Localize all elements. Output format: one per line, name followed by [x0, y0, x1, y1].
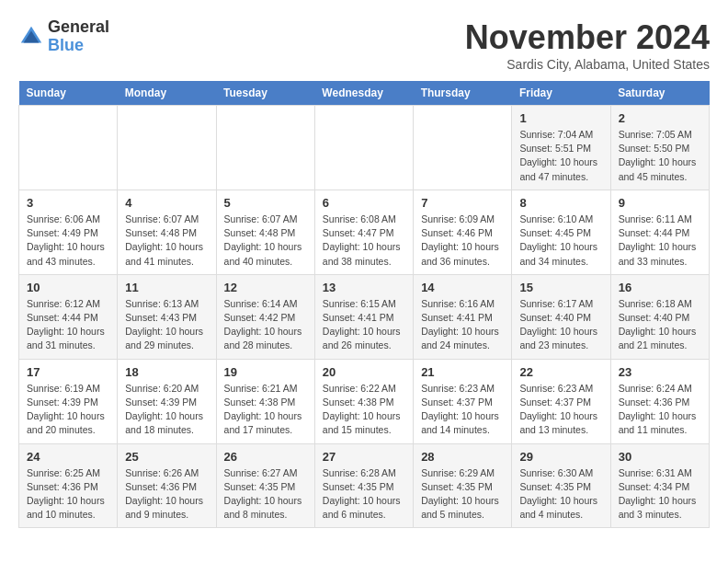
calendar-cell [314, 106, 413, 190]
day-info: Sunrise: 6:15 AM Sunset: 4:41 PM Dayligh… [323, 297, 405, 353]
calendar-cell: 2Sunrise: 7:05 AM Sunset: 5:50 PM Daylig… [610, 106, 709, 190]
calendar-cell: 27Sunrise: 6:28 AM Sunset: 4:35 PM Dayli… [314, 443, 413, 528]
calendar-cell: 21Sunrise: 6:23 AM Sunset: 4:37 PM Dayli… [414, 359, 512, 443]
day-number: 24 [27, 450, 109, 464]
day-number: 12 [224, 281, 307, 294]
day-info: Sunrise: 6:12 AM Sunset: 4:44 PM Dayligh… [27, 297, 109, 353]
calendar-cell: 20Sunrise: 6:22 AM Sunset: 4:38 PM Dayli… [314, 359, 413, 443]
day-number: 7 [421, 196, 504, 210]
day-number: 22 [519, 365, 602, 379]
day-number: 5 [224, 196, 307, 210]
day-number: 13 [323, 281, 405, 294]
weekday-header: Tuesday [216, 81, 314, 106]
calendar-cell [19, 106, 118, 190]
calendar-cell: 3Sunrise: 6:06 AM Sunset: 4:49 PM Daylig… [19, 190, 118, 274]
calendar-cell [414, 106, 512, 190]
weekday-header: Thursday [414, 81, 512, 106]
day-info: Sunrise: 6:23 AM Sunset: 4:37 PM Dayligh… [421, 382, 504, 438]
calendar-cell: 4Sunrise: 6:07 AM Sunset: 4:48 PM Daylig… [118, 190, 216, 274]
logo: General Blue [18, 18, 109, 55]
day-info: Sunrise: 6:11 AM Sunset: 4:44 PM Dayligh… [619, 213, 701, 269]
day-info: Sunrise: 6:30 AM Sunset: 4:35 PM Dayligh… [519, 466, 602, 523]
weekday-header: Saturday [610, 81, 709, 106]
day-info: Sunrise: 6:22 AM Sunset: 4:38 PM Dayligh… [323, 382, 405, 438]
day-number: 1 [519, 111, 602, 125]
weekday-header: Sunday [19, 81, 118, 106]
page-header: General Blue November 2024 Sardis City, … [18, 18, 710, 72]
day-number: 6 [323, 196, 405, 210]
day-info: Sunrise: 6:17 AM Sunset: 4:40 PM Dayligh… [519, 297, 602, 353]
day-info: Sunrise: 6:16 AM Sunset: 4:41 PM Dayligh… [421, 297, 504, 353]
day-number: 17 [27, 365, 109, 379]
calendar-cell: 22Sunrise: 6:23 AM Sunset: 4:37 PM Dayli… [512, 359, 610, 443]
day-number: 23 [619, 365, 701, 379]
day-number: 16 [619, 281, 701, 294]
calendar-week-row: 24Sunrise: 6:25 AM Sunset: 4:36 PM Dayli… [19, 443, 710, 528]
calendar-header: SundayMondayTuesdayWednesdayThursdayFrid… [19, 81, 710, 106]
day-number: 27 [323, 450, 405, 464]
weekday-header: Wednesday [314, 81, 413, 106]
calendar-week-row: 1Sunrise: 7:04 AM Sunset: 5:51 PM Daylig… [19, 106, 710, 190]
calendar-cell: 28Sunrise: 6:29 AM Sunset: 4:35 PM Dayli… [414, 443, 512, 528]
calendar-cell: 12Sunrise: 6:14 AM Sunset: 4:42 PM Dayli… [216, 274, 314, 359]
day-info: Sunrise: 6:06 AM Sunset: 4:49 PM Dayligh… [27, 213, 109, 269]
day-number: 11 [125, 281, 208, 294]
day-number: 14 [421, 281, 504, 294]
day-number: 28 [421, 450, 504, 464]
calendar-cell: 25Sunrise: 6:26 AM Sunset: 4:36 PM Dayli… [118, 443, 216, 528]
calendar-cell: 11Sunrise: 6:13 AM Sunset: 4:43 PM Dayli… [118, 274, 216, 359]
day-info: Sunrise: 6:26 AM Sunset: 4:36 PM Dayligh… [125, 466, 208, 523]
calendar-cell: 18Sunrise: 6:20 AM Sunset: 4:39 PM Dayli… [118, 359, 216, 443]
calendar-cell: 5Sunrise: 6:07 AM Sunset: 4:48 PM Daylig… [216, 190, 314, 274]
calendar-cell: 7Sunrise: 6:09 AM Sunset: 4:46 PM Daylig… [414, 190, 512, 274]
day-info: Sunrise: 6:19 AM Sunset: 4:39 PM Dayligh… [27, 382, 109, 438]
day-info: Sunrise: 7:04 AM Sunset: 5:51 PM Dayligh… [519, 128, 602, 184]
day-info: Sunrise: 6:21 AM Sunset: 4:38 PM Dayligh… [224, 382, 307, 438]
day-info: Sunrise: 6:28 AM Sunset: 4:35 PM Dayligh… [323, 466, 405, 523]
day-number: 2 [619, 111, 701, 125]
day-number: 30 [619, 450, 701, 464]
day-number: 10 [27, 281, 109, 294]
calendar-cell: 30Sunrise: 6:31 AM Sunset: 4:34 PM Dayli… [610, 443, 709, 528]
calendar-week-row: 17Sunrise: 6:19 AM Sunset: 4:39 PM Dayli… [19, 359, 710, 443]
calendar-cell: 15Sunrise: 6:17 AM Sunset: 4:40 PM Dayli… [512, 274, 610, 359]
day-info: Sunrise: 6:24 AM Sunset: 4:36 PM Dayligh… [619, 382, 701, 438]
day-info: Sunrise: 6:07 AM Sunset: 4:48 PM Dayligh… [125, 213, 208, 269]
calendar-cell: 8Sunrise: 6:10 AM Sunset: 4:45 PM Daylig… [512, 190, 610, 274]
day-number: 3 [27, 196, 109, 210]
day-info: Sunrise: 6:07 AM Sunset: 4:48 PM Dayligh… [224, 213, 307, 269]
logo-line1: General [48, 18, 109, 37]
calendar-cell: 16Sunrise: 6:18 AM Sunset: 4:40 PM Dayli… [610, 274, 709, 359]
weekday-header: Monday [118, 81, 216, 106]
day-info: Sunrise: 6:14 AM Sunset: 4:42 PM Dayligh… [224, 297, 307, 353]
calendar-week-row: 3Sunrise: 6:06 AM Sunset: 4:49 PM Daylig… [19, 190, 710, 274]
title-block: November 2024 Sardis City, Alabama, Unit… [465, 18, 710, 72]
logo-line2: Blue [48, 37, 109, 55]
calendar-week-row: 10Sunrise: 6:12 AM Sunset: 4:44 PM Dayli… [19, 274, 710, 359]
day-number: 20 [323, 365, 405, 379]
day-number: 8 [519, 196, 602, 210]
calendar-cell: 17Sunrise: 6:19 AM Sunset: 4:39 PM Dayli… [19, 359, 118, 443]
day-info: Sunrise: 6:08 AM Sunset: 4:47 PM Dayligh… [323, 213, 405, 269]
calendar-body: 1Sunrise: 7:04 AM Sunset: 5:51 PM Daylig… [19, 106, 710, 528]
weekday-row: SundayMondayTuesdayWednesdayThursdayFrid… [19, 81, 710, 106]
calendar-cell [216, 106, 314, 190]
day-info: Sunrise: 6:13 AM Sunset: 4:43 PM Dayligh… [125, 297, 208, 353]
day-number: 21 [421, 365, 504, 379]
month-title: November 2024 [465, 18, 710, 57]
calendar-cell: 9Sunrise: 6:11 AM Sunset: 4:44 PM Daylig… [610, 190, 709, 274]
calendar-table: SundayMondayTuesdayWednesdayThursdayFrid… [18, 81, 710, 528]
calendar-cell: 19Sunrise: 6:21 AM Sunset: 4:38 PM Dayli… [216, 359, 314, 443]
calendar-cell: 10Sunrise: 6:12 AM Sunset: 4:44 PM Dayli… [19, 274, 118, 359]
day-info: Sunrise: 6:29 AM Sunset: 4:35 PM Dayligh… [421, 466, 504, 523]
calendar-cell: 13Sunrise: 6:15 AM Sunset: 4:41 PM Dayli… [314, 274, 413, 359]
day-number: 4 [125, 196, 208, 210]
day-info: Sunrise: 6:10 AM Sunset: 4:45 PM Dayligh… [519, 213, 602, 269]
day-number: 15 [519, 281, 602, 294]
weekday-header: Friday [512, 81, 610, 106]
calendar-cell: 14Sunrise: 6:16 AM Sunset: 4:41 PM Dayli… [414, 274, 512, 359]
day-number: 29 [519, 450, 602, 464]
day-info: Sunrise: 6:25 AM Sunset: 4:36 PM Dayligh… [27, 466, 109, 523]
calendar-cell [118, 106, 216, 190]
day-info: Sunrise: 6:18 AM Sunset: 4:40 PM Dayligh… [619, 297, 701, 353]
